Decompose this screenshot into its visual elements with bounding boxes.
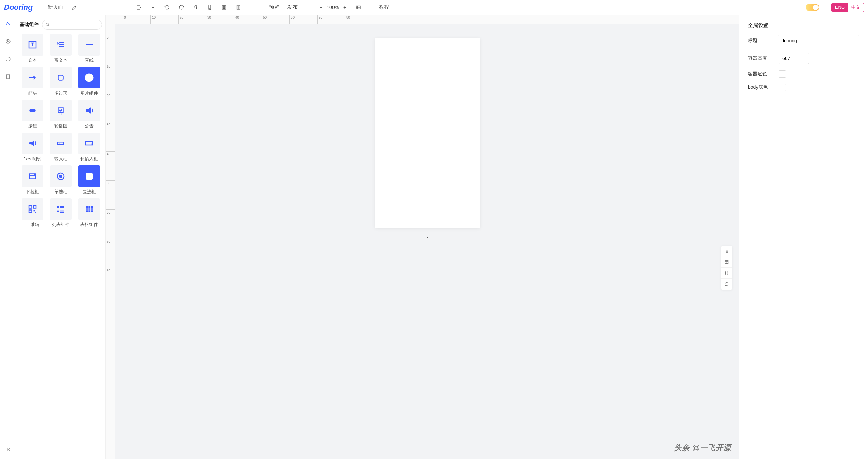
stage[interactable] — [115, 24, 739, 459]
component-line[interactable]: 直线 — [76, 34, 102, 63]
title-input[interactable] — [778, 35, 859, 46]
rail-play[interactable] — [3, 37, 13, 46]
svg-rect-30 — [57, 211, 59, 212]
ruler-v-tick: 60 — [106, 209, 115, 214]
ruler-v-tick: 80 — [106, 268, 115, 273]
component-arrow[interactable]: 箭头 — [20, 67, 45, 96]
ruler-v-tick: 10 — [106, 64, 115, 68]
component-longinput[interactable]: 长输入框 — [76, 133, 102, 162]
lang-eng[interactable]: ENG — [832, 3, 848, 12]
component-notice[interactable]: 公告 — [76, 100, 102, 129]
zoom-out-button[interactable]: − — [316, 2, 326, 13]
resize-handle[interactable] — [425, 234, 430, 239]
float-layout-icon[interactable] — [721, 257, 732, 268]
svg-rect-24 — [29, 206, 32, 208]
component-label: 输入框 — [54, 156, 67, 162]
component-label: 轮播图 — [54, 123, 67, 129]
component-polygon[interactable]: 多边形 — [48, 67, 74, 96]
component-label: 表格组件 — [80, 222, 98, 228]
delete-icon[interactable] — [190, 2, 201, 13]
svg-rect-29 — [57, 206, 59, 208]
button-icon — [22, 100, 43, 121]
height-label: 容器高度 — [748, 55, 772, 61]
float-list-icon[interactable] — [721, 246, 732, 257]
tutorial-button[interactable]: 教程 — [376, 2, 392, 13]
zoom-in-button[interactable]: + — [340, 2, 350, 13]
component-label: 富文本 — [54, 58, 67, 63]
ruler-horizontal: 01020304050607080 — [106, 15, 739, 24]
new-page-button[interactable]: 新页面 — [45, 2, 66, 13]
ruler-h-tick: 10 — [150, 15, 156, 24]
publish-button[interactable]: 发布 — [285, 2, 300, 13]
mobile-icon[interactable] — [204, 2, 216, 13]
save-icon[interactable] — [218, 2, 230, 13]
component-label: 图片组件 — [80, 91, 98, 96]
component-table[interactable]: 表格组件 — [76, 198, 102, 228]
component-label: fixed测试 — [24, 156, 41, 162]
theme-toggle[interactable] — [806, 4, 819, 11]
header: Dooring 新页面 预览 发布 − 100% + 教程 ENG 中文 — [0, 0, 868, 15]
template-icon[interactable] — [233, 2, 244, 13]
component-button[interactable]: 按钮 — [20, 100, 45, 129]
components-panel: 基础组件 文本富文本直线箭头多边形图片组件按钮轮播图公告fixed测试输入框长输… — [16, 15, 106, 459]
qrcode-icon — [22, 198, 43, 220]
rail-doc[interactable] — [3, 72, 13, 81]
bg-label: 容器底色 — [748, 71, 772, 77]
title-label: 标题 — [748, 38, 771, 44]
component-label: 多边形 — [54, 91, 67, 96]
preview-button[interactable]: 预览 — [266, 2, 282, 13]
grid-icon[interactable] — [352, 2, 364, 13]
height-input[interactable] — [779, 53, 809, 64]
component-label: 长输入框 — [80, 156, 98, 162]
rail-chart[interactable] — [3, 54, 13, 64]
checkbox-icon — [78, 165, 100, 187]
component-list[interactable]: 列表组件 — [48, 198, 74, 228]
component-richtext[interactable]: 富文本 — [48, 34, 74, 63]
svg-point-17 — [61, 114, 62, 115]
artboard[interactable] — [375, 38, 480, 228]
rail-collapse[interactable] — [3, 445, 13, 454]
select-icon — [22, 165, 43, 187]
app-logo: Dooring — [4, 3, 33, 12]
undo-icon[interactable] — [161, 2, 173, 13]
component-carousel[interactable]: 轮播图 — [48, 100, 74, 129]
component-image[interactable]: 图片组件 — [76, 67, 102, 96]
component-fixed[interactable]: fixed测试 — [20, 133, 45, 162]
ruler-h-tick: 50 — [262, 15, 267, 24]
svg-rect-23 — [86, 173, 93, 180]
table-icon — [78, 198, 100, 220]
svg-rect-25 — [33, 206, 36, 208]
component-label: 列表组件 — [52, 222, 69, 228]
properties-panel: 全局设置 标题 容器高度 容器底色 body底色 — [739, 15, 868, 459]
ruler-v-tick: 30 — [106, 122, 115, 127]
divider — [40, 4, 40, 11]
svg-rect-14 — [29, 109, 36, 112]
svg-rect-0 — [137, 5, 140, 9]
search-input[interactable] — [42, 20, 102, 30]
float-bounds-icon[interactable] — [721, 268, 732, 279]
ruler-h-tick: 40 — [234, 15, 239, 24]
component-select[interactable]: 下拉框 — [20, 165, 45, 195]
component-qrcode[interactable]: 二维码 — [20, 198, 45, 228]
ruler-v-tick: 0 — [106, 35, 115, 39]
float-refresh-icon[interactable] — [721, 279, 732, 290]
export-icon[interactable] — [133, 2, 144, 13]
component-radio[interactable]: 单选框 — [48, 165, 74, 195]
polygon-icon — [50, 67, 72, 88]
edit-button[interactable] — [68, 2, 80, 13]
component-text[interactable]: 文本 — [20, 34, 45, 63]
redo-icon[interactable] — [176, 2, 187, 13]
section-title: 全局设置 — [748, 22, 859, 29]
zoom-control: − 100% + — [316, 2, 350, 13]
lang-zh[interactable]: 中文 — [848, 3, 864, 12]
body-bg-swatch[interactable] — [779, 84, 786, 91]
container-bg-swatch[interactable] — [779, 70, 786, 78]
component-checkbox[interactable]: 复选框 — [76, 165, 102, 195]
arrow-icon — [22, 67, 43, 88]
text-icon — [22, 34, 43, 56]
rail-components[interactable] — [3, 19, 13, 28]
ruler-v-tick: 70 — [106, 239, 115, 243]
component-input[interactable]: 输入框 — [48, 133, 74, 162]
language-toggle[interactable]: ENG 中文 — [831, 3, 864, 12]
download-icon[interactable] — [147, 2, 159, 13]
